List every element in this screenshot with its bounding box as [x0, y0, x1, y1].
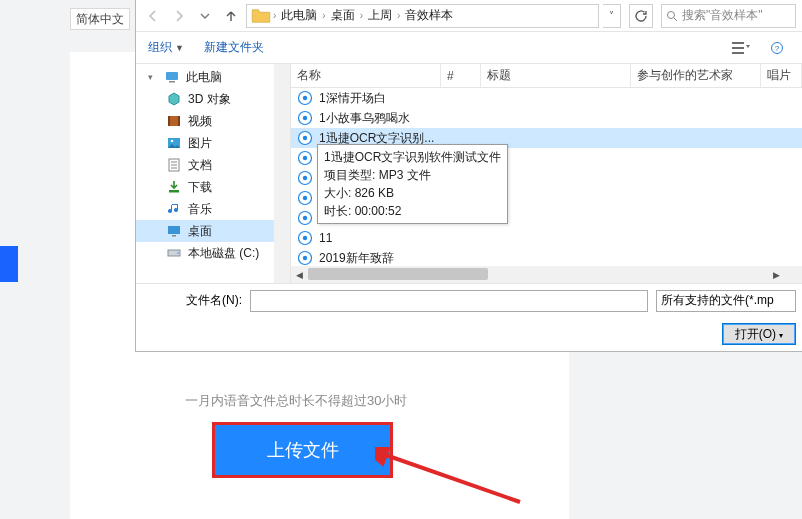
chevron-right-icon: ›	[322, 10, 325, 21]
crumb-2[interactable]: 上周	[365, 7, 395, 24]
file-list: 名称 # 标题 参与创作的艺术家 唱片 1深情开场白1小故事乌鸦喝水1迅捷OCR…	[291, 64, 802, 283]
recent-dropdown[interactable]	[194, 5, 216, 27]
column-headers[interactable]: 名称 # 标题 参与创作的艺术家 唱片	[291, 64, 802, 88]
audio-file-icon	[297, 210, 313, 226]
scroll-corner	[785, 266, 802, 283]
svg-point-35	[303, 196, 307, 200]
breadcrumb[interactable]: › 此电脑 › 桌面 › 上周 › 音效样本	[246, 4, 599, 28]
search-placeholder: 搜索"音效样本"	[682, 7, 763, 24]
upload-button[interactable]: 上传文件	[215, 425, 390, 475]
svg-point-37	[303, 216, 307, 220]
svg-point-1	[668, 11, 675, 18]
audio-file-icon	[297, 90, 313, 106]
crumb-1[interactable]: 桌面	[328, 7, 358, 24]
file-name: 1小故事乌鸦喝水	[319, 110, 410, 127]
new-folder-button[interactable]: 新建文件夹	[204, 39, 264, 56]
filename-row: 文件名(N): 所有支持的文件(*.mp	[136, 283, 802, 317]
svg-line-2	[674, 18, 677, 21]
pictures-icon	[166, 135, 182, 151]
tree-scroll-thumb[interactable]	[276, 114, 288, 174]
tree-node-5[interactable]: 下载	[136, 176, 290, 198]
audio-file-icon	[297, 170, 313, 186]
audio-file-icon	[297, 130, 313, 146]
tooltip-type: 项目类型: MP3 文件	[324, 166, 501, 184]
hscroll-thumb[interactable]	[308, 268, 488, 280]
col-album[interactable]: 唱片	[761, 64, 802, 87]
svg-point-14	[171, 140, 174, 143]
language-select[interactable]: 简体中文	[70, 8, 130, 30]
organize-menu[interactable]: 组织 ▼	[148, 39, 184, 56]
tree-scroll-up[interactable]: ▲	[274, 64, 290, 80]
music-icon	[166, 201, 182, 217]
svg-point-29	[303, 136, 307, 140]
dialog-body: ▲ ▾此电脑3D 对象视频图片文档下载音乐桌面本地磁盘 (C:) ▼ 名称 # …	[136, 64, 802, 283]
tooltip-filename: 1迅捷OCR文字识别软件测试文件	[324, 148, 501, 166]
tree-label: 3D 对象	[188, 91, 231, 108]
svg-rect-8	[166, 72, 178, 80]
side-accent	[0, 246, 18, 282]
tree-node-4[interactable]: 文档	[136, 154, 290, 176]
dialog-buttons: 打开(O) ▾	[136, 317, 802, 351]
crumb-3[interactable]: 音效样本	[402, 7, 456, 24]
video-icon	[166, 113, 182, 129]
tree-label: 音乐	[188, 201, 212, 218]
back-button[interactable]	[142, 5, 164, 27]
tooltip-size: 大小: 826 KB	[324, 184, 501, 202]
tree-label: 下载	[188, 179, 212, 196]
col-name[interactable]: 名称	[291, 64, 441, 87]
file-row[interactable]: 1深情开场白	[291, 88, 802, 108]
tree-node-1[interactable]: 3D 对象	[136, 88, 290, 110]
refresh-button[interactable]	[629, 4, 653, 28]
up-button[interactable]	[220, 5, 242, 27]
svg-text:?: ?	[775, 44, 780, 53]
tree-label: 本地磁盘 (C:)	[188, 245, 259, 262]
scroll-left[interactable]: ◀	[291, 266, 308, 283]
tree-node-6[interactable]: 音乐	[136, 198, 290, 220]
filename-label: 文件名(N):	[186, 292, 242, 309]
search-input[interactable]: 搜索"音效样本"	[661, 4, 796, 28]
chevron-down-icon: ▾	[779, 331, 783, 340]
svg-rect-12	[178, 116, 180, 126]
filename-input[interactable]	[250, 290, 648, 312]
tree-node-7[interactable]: 桌面	[136, 220, 290, 242]
audio-file-icon	[297, 190, 313, 206]
tree-scroll-down[interactable]: ▼	[274, 267, 290, 283]
tree-node-0[interactable]: ▾此电脑	[136, 66, 290, 88]
svg-rect-21	[172, 235, 176, 237]
file-row[interactable]: 1小故事乌鸦喝水	[291, 108, 802, 128]
svg-rect-19	[169, 190, 179, 193]
help-button[interactable]: ?	[764, 38, 790, 58]
crumb-0[interactable]: 此电脑	[278, 7, 320, 24]
tree-node-2[interactable]: 视频	[136, 110, 290, 132]
docs-icon	[166, 157, 182, 173]
breadcrumb-dropdown[interactable]: ˅	[603, 4, 621, 28]
audio-file-icon	[297, 150, 313, 166]
col-title[interactable]: 标题	[481, 64, 631, 87]
tree-node-8[interactable]: 本地磁盘 (C:)	[136, 242, 290, 264]
scroll-right[interactable]: ▶	[768, 266, 785, 283]
file-row[interactable]: 11	[291, 228, 802, 248]
list-h-scrollbar[interactable]: ◀ ▶	[291, 266, 785, 283]
drive-icon	[166, 245, 182, 261]
file-row[interactable]: 2019新年致辞	[291, 248, 802, 268]
svg-point-27	[303, 116, 307, 120]
svg-point-39	[303, 236, 307, 240]
svg-rect-5	[732, 52, 744, 54]
tooltip-duration: 时长: 00:00:52	[324, 202, 501, 220]
svg-point-23	[177, 252, 179, 254]
file-type-filter[interactable]: 所有支持的文件(*.mp	[656, 290, 796, 312]
disclosure-icon[interactable]: ▾	[148, 72, 158, 82]
view-mode-button[interactable]	[728, 38, 754, 58]
quota-note: 一月内语音文件总时长不得超过30小时	[185, 392, 407, 410]
col-num[interactable]: #	[441, 64, 481, 87]
tree-label: 文档	[188, 157, 212, 174]
col-artists[interactable]: 参与创作的艺术家	[631, 64, 761, 87]
open-button[interactable]: 打开(O) ▾	[722, 323, 796, 345]
nav-tree[interactable]: ▲ ▾此电脑3D 对象视频图片文档下载音乐桌面本地磁盘 (C:) ▼	[136, 64, 291, 283]
pc-icon	[164, 69, 180, 85]
tree-node-3[interactable]: 图片	[136, 132, 290, 154]
tree-label: 桌面	[188, 223, 212, 240]
file-name: 1深情开场白	[319, 90, 386, 107]
audio-file-icon	[297, 230, 313, 246]
forward-button[interactable]	[168, 5, 190, 27]
